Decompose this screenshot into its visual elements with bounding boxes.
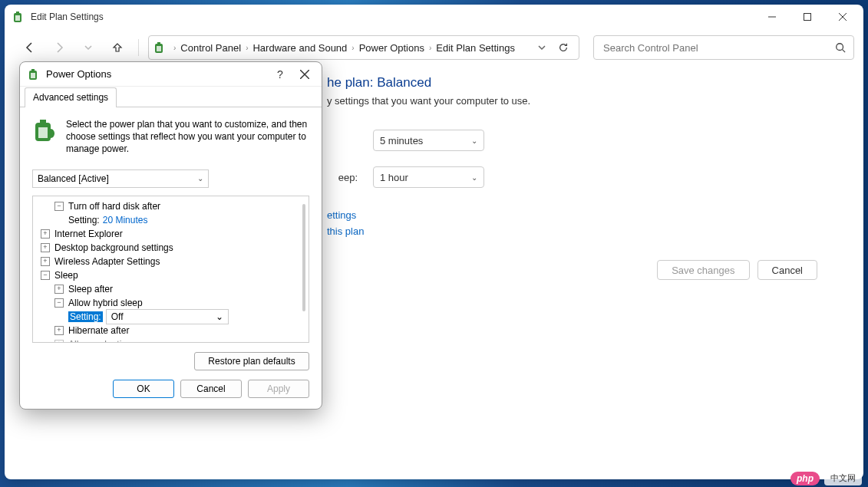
settings-tree[interactable]: − Turn off hard disk after Setting: 20 M…: [32, 196, 309, 343]
cancel-button[interactable]: Cancel: [757, 260, 817, 280]
chevron-down-icon: ⌄: [471, 173, 477, 182]
display-timeout-row: 5 minutes ⌄: [327, 130, 817, 151]
svg-rect-0: [804, 14, 811, 21]
refresh-button[interactable]: [553, 37, 574, 58]
chevron-right-icon: ›: [172, 44, 177, 52]
display-timeout-dropdown[interactable]: 5 minutes ⌄: [373, 130, 484, 151]
watermark-text: 中文网: [824, 471, 862, 485]
maximize-button[interactable]: [790, 5, 825, 28]
page-title: he plan: Balanced: [327, 75, 817, 90]
tree-item-wireless[interactable]: + Wireless Adapter Settings: [33, 255, 309, 268]
dropdown-value: 1 hour: [380, 172, 408, 183]
ok-button[interactable]: OK: [113, 380, 174, 398]
nav-recent-button[interactable]: [77, 36, 100, 59]
tree-item-hybrid-setting[interactable]: Setting: Off ⌄: [33, 310, 309, 324]
expand-icon[interactable]: +: [41, 243, 50, 252]
expand-icon[interactable]: +: [54, 340, 64, 343]
restore-defaults-link-row: this plan: [327, 225, 817, 237]
breadcrumb-item[interactable]: Power Options: [356, 42, 427, 54]
page-subtitle: y settings that you want your computer t…: [327, 95, 817, 107]
search-bar[interactable]: [593, 35, 854, 60]
window-title: Edit Plan Settings: [31, 12, 104, 22]
collapse-icon[interactable]: −: [41, 271, 50, 280]
battery-icon: [32, 118, 57, 143]
restore-row: Restore plan defaults: [32, 352, 309, 370]
nav-back-button[interactable]: [18, 36, 41, 59]
expand-icon[interactable]: +: [54, 285, 64, 294]
dialog-titlebar: Power Options ?: [20, 62, 322, 87]
dialog-description: Select the power plan that you want to c…: [32, 118, 309, 156]
tree-item-sleep[interactable]: − Sleep: [33, 268, 309, 282]
svg-point-1: [837, 44, 843, 51]
collapse-icon[interactable]: −: [54, 298, 64, 308]
selected-setting-key: Setting:: [68, 311, 103, 322]
sleep-timeout-label: eep:: [327, 172, 358, 183]
apply-button[interactable]: Apply: [248, 380, 309, 398]
tree-item-hard-disk[interactable]: − Turn off hard disk after: [33, 199, 309, 213]
help-button[interactable]: ?: [268, 64, 292, 85]
titlebar: Edit Plan Settings: [5, 5, 863, 29]
advanced-settings-link-row: ettings: [327, 209, 817, 221]
advanced-settings-link[interactable]: ettings: [327, 209, 356, 221]
plan-selector-value: Balanced [Active]: [38, 173, 109, 184]
expand-icon[interactable]: +: [41, 229, 50, 239]
expand-icon[interactable]: +: [41, 257, 50, 266]
footer-buttons: Save changes Cancel: [327, 260, 817, 280]
chevron-right-icon: ›: [244, 44, 249, 52]
tree-item-hibernate[interactable]: + Hibernate after: [33, 324, 309, 337]
battery-icon: [153, 41, 166, 54]
restore-defaults-link[interactable]: this plan: [327, 225, 364, 237]
nav-up-button[interactable]: [106, 36, 129, 59]
tree-item-sleep-after[interactable]: + Sleep after: [33, 282, 309, 296]
tree-item-hybrid-sleep[interactable]: − Allow hybrid sleep: [33, 296, 309, 310]
breadcrumb-item[interactable]: Control Panel: [177, 42, 244, 54]
battery-icon: [12, 11, 25, 23]
chevron-right-icon: ›: [427, 44, 433, 52]
sleep-timeout-dropdown[interactable]: 1 hour ⌄: [373, 166, 484, 188]
tree-item-ie[interactable]: + Internet Explorer: [33, 227, 309, 241]
dialog-body: Select the power plan that you want to c…: [20, 107, 322, 380]
search-icon[interactable]: [835, 42, 846, 53]
sleep-timeout-row: eep: 1 hour ⌄: [327, 166, 817, 188]
dialog-description-text: Select the power plan that you want to c…: [66, 118, 309, 156]
save-changes-button[interactable]: Save changes: [657, 260, 749, 280]
cancel-button[interactable]: Cancel: [180, 380, 242, 398]
tree-item-desktop-bg[interactable]: + Desktop background settings: [33, 241, 309, 255]
chevron-down-icon: ⌄: [197, 174, 203, 183]
search-input[interactable]: [602, 41, 835, 54]
scrollbar[interactable]: [302, 204, 305, 311]
hard-disk-setting-value[interactable]: 20 Minutes: [103, 215, 148, 225]
hybrid-sleep-value: Off: [111, 311, 124, 322]
tree-item-hard-disk-setting[interactable]: Setting: 20 Minutes: [33, 213, 309, 227]
battery-icon: [28, 68, 40, 81]
breadcrumb-bar[interactable]: › Control Panel › Hardware and Sound › P…: [148, 35, 579, 60]
plan-selector-dropdown[interactable]: Balanced [Active] ⌄: [32, 169, 209, 188]
hybrid-sleep-dropdown[interactable]: Off ⌄: [106, 309, 229, 324]
dropdown-value: 5 minutes: [380, 135, 423, 146]
expand-icon[interactable]: +: [54, 326, 64, 335]
tab-advanced-settings[interactable]: Advanced settings: [25, 87, 117, 107]
power-options-dialog: Power Options ? Advanced settings Select…: [19, 61, 322, 410]
breadcrumb-item[interactable]: Edit Plan Settings: [433, 42, 518, 54]
close-button[interactable]: [825, 5, 860, 28]
chevron-down-icon: ⌄: [216, 311, 223, 322]
dialog-footer: OK Cancel Apply: [20, 380, 322, 409]
watermark-brand: php: [790, 472, 820, 485]
breadcrumb-dropdown-button[interactable]: [531, 37, 553, 58]
restore-defaults-button[interactable]: Restore plan defaults: [194, 352, 309, 370]
minimize-button[interactable]: [754, 5, 790, 28]
dialog-close-button[interactable]: [292, 64, 317, 85]
nav-forward-button[interactable]: [48, 36, 71, 59]
chevron-right-icon: ›: [350, 44, 355, 52]
dialog-tabs: Advanced settings: [20, 87, 322, 107]
collapse-icon[interactable]: −: [54, 202, 64, 211]
tree-item-wake-timer[interactable]: + Allow wake timer: [33, 337, 309, 343]
separator: [138, 39, 139, 56]
chevron-down-icon: ⌄: [471, 137, 477, 145]
dialog-title: Power Options: [46, 68, 268, 80]
breadcrumb-item[interactable]: Hardware and Sound: [249, 42, 350, 54]
watermark: php 中文网: [790, 471, 862, 485]
